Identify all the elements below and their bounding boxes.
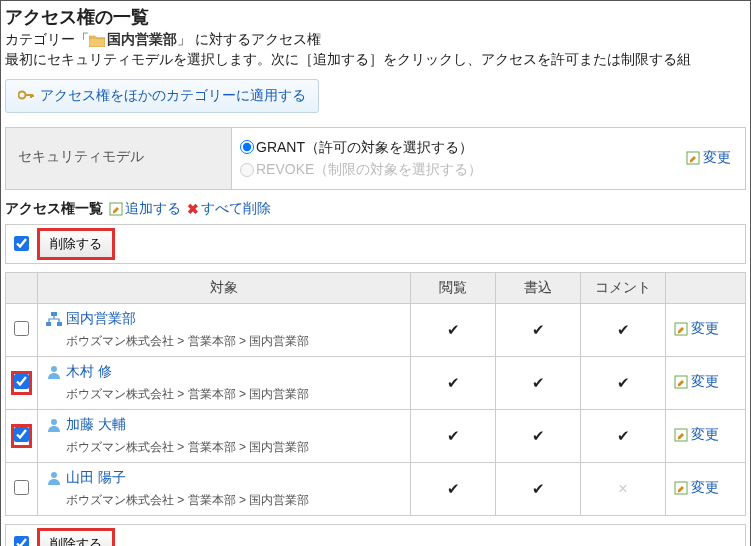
check-icon: ✔ <box>532 374 545 391</box>
check-icon: ✔ <box>617 321 630 338</box>
svg-point-9 <box>51 419 57 425</box>
delete-all-link[interactable]: ✖ すべて削除 <box>187 200 271 218</box>
grant-label: GRANT（許可の対象を選択する） <box>256 136 473 158</box>
target-name-text: 山田 陽子 <box>66 469 126 487</box>
x-disabled-icon: × <box>618 480 627 497</box>
check-icon: ✔ <box>447 321 460 338</box>
list-header: アクセス権一覧 追加する ✖ すべて削除 <box>5 200 746 218</box>
key-icon <box>18 88 34 104</box>
svg-rect-4 <box>46 322 51 326</box>
add-label: 追加する <box>125 200 181 218</box>
security-model-grant-option[interactable]: GRANT（許可の対象を選択する） <box>240 136 686 158</box>
perm-comment: ✔ <box>581 356 666 409</box>
col-change <box>666 272 746 303</box>
perm-view: ✔ <box>411 409 496 462</box>
row-checkbox[interactable] <box>14 427 29 442</box>
category-prefix: カテゴリー「 <box>5 31 89 49</box>
table-row: 木村 修ボウズマン株式会社 > 営業本部 > 国内営業部✔✔✔変更 <box>6 356 746 409</box>
svg-point-11 <box>51 472 57 478</box>
row-checkbox[interactable] <box>14 374 29 389</box>
add-link[interactable]: 追加する <box>109 200 181 218</box>
col-comment: コメント <box>581 272 666 303</box>
table-row: 山田 陽子ボウズマン株式会社 > 営業本部 > 国内営業部✔✔×変更 <box>6 462 746 515</box>
change-label: 変更 <box>691 479 719 497</box>
description: 最初にセキュリティモデルを選択します。次に［追加する］をクリックし、アクセスを許… <box>5 51 746 69</box>
perm-view: ✔ <box>411 356 496 409</box>
perm-write: ✔ <box>496 462 581 515</box>
table-row: 国内営業部ボウズマン株式会社 > 営業本部 > 国内営業部✔✔✔変更 <box>6 303 746 356</box>
target-name-link[interactable]: 加藤 大輔 <box>46 416 126 434</box>
revoke-radio[interactable] <box>240 163 254 177</box>
svg-point-7 <box>51 366 57 372</box>
category-name: 国内営業部 <box>107 31 177 49</box>
change-label: 変更 <box>691 320 719 338</box>
list-title: アクセス権一覧 <box>5 200 103 218</box>
security-model-panel: セキュリティモデル GRANT（許可の対象を選択する） REVOKE（制限の対象… <box>5 127 746 190</box>
col-check <box>6 272 38 303</box>
perm-comment: ✔ <box>581 303 666 356</box>
check-icon: ✔ <box>447 480 460 497</box>
category-line: カテゴリー「 国内営業部 」 に対するアクセス権 <box>5 31 746 49</box>
person-icon <box>46 418 62 432</box>
folder-icon <box>89 34 105 47</box>
target-path: ボウズマン株式会社 > 営業本部 > 国内営業部 <box>66 386 402 403</box>
target-name-text: 国内営業部 <box>66 310 136 328</box>
check-icon: ✔ <box>617 427 630 444</box>
delete-button-bottom[interactable]: 削除する <box>39 530 113 546</box>
action-bar-top: 削除する <box>5 224 746 264</box>
grant-radio[interactable] <box>240 140 254 154</box>
add-icon <box>109 202 123 216</box>
action-bar-bottom: 削除する <box>5 524 746 546</box>
target-name-link[interactable]: 国内営業部 <box>46 310 136 328</box>
row-change-link[interactable]: 変更 <box>674 320 719 338</box>
row-change-link[interactable]: 変更 <box>674 426 719 444</box>
col-write: 書込 <box>496 272 581 303</box>
apply-to-other-categories-button[interactable]: アクセス権をほかのカテゴリーに適用する <box>5 79 319 113</box>
row-checkbox[interactable] <box>14 480 29 495</box>
check-icon: ✔ <box>447 374 460 391</box>
x-icon: ✖ <box>187 201 199 217</box>
target-name-text: 木村 修 <box>66 363 112 381</box>
perm-comment: × <box>581 462 666 515</box>
target-path: ボウズマン株式会社 > 営業本部 > 国内営業部 <box>66 333 402 350</box>
target-name-link[interactable]: 山田 陽子 <box>46 469 126 487</box>
edit-icon <box>686 151 700 165</box>
change-label: 変更 <box>691 426 719 444</box>
person-icon <box>46 471 62 485</box>
security-model-label: セキュリティモデル <box>6 128 231 189</box>
table-row: 加藤 大輔ボウズマン株式会社 > 営業本部 > 国内営業部✔✔✔変更 <box>6 409 746 462</box>
select-all-checkbox-top[interactable] <box>14 236 29 251</box>
delete-all-label: すべて削除 <box>201 200 271 218</box>
category-suffix: 」 に対するアクセス権 <box>177 31 321 49</box>
change-label: 変更 <box>703 149 731 167</box>
row-checkbox[interactable] <box>14 321 29 336</box>
apply-button-label: アクセス権をほかのカテゴリーに適用する <box>40 87 306 105</box>
target-name-link[interactable]: 木村 修 <box>46 363 112 381</box>
revoke-label: REVOKE（制限の対象を選択する） <box>256 158 482 180</box>
org-icon <box>46 312 62 326</box>
check-icon: ✔ <box>532 321 545 338</box>
target-name-text: 加藤 大輔 <box>66 416 126 434</box>
security-model-change-link[interactable]: 変更 <box>686 149 731 167</box>
svg-rect-5 <box>57 322 62 326</box>
person-icon <box>46 365 62 379</box>
perm-write: ✔ <box>496 303 581 356</box>
security-model-revoke-option[interactable]: REVOKE（制限の対象を選択する） <box>240 158 686 180</box>
col-target: 対象 <box>38 272 411 303</box>
target-path: ボウズマン株式会社 > 営業本部 > 国内営業部 <box>66 492 402 509</box>
row-change-link[interactable]: 変更 <box>674 373 719 391</box>
svg-rect-3 <box>51 312 57 316</box>
perm-view: ✔ <box>411 462 496 515</box>
select-all-checkbox-bottom[interactable] <box>14 536 29 546</box>
perm-view: ✔ <box>411 303 496 356</box>
svg-point-0 <box>19 92 26 99</box>
permissions-table: 対象 閲覧 書込 コメント 国内営業部ボウズマン株式会社 > 営業本部 > 国内… <box>5 272 746 516</box>
perm-comment: ✔ <box>581 409 666 462</box>
perm-write: ✔ <box>496 356 581 409</box>
check-icon: ✔ <box>447 427 460 444</box>
check-icon: ✔ <box>532 427 545 444</box>
check-icon: ✔ <box>617 374 630 391</box>
delete-button-top[interactable]: 削除する <box>39 230 113 258</box>
row-change-link[interactable]: 変更 <box>674 479 719 497</box>
change-label: 変更 <box>691 373 719 391</box>
